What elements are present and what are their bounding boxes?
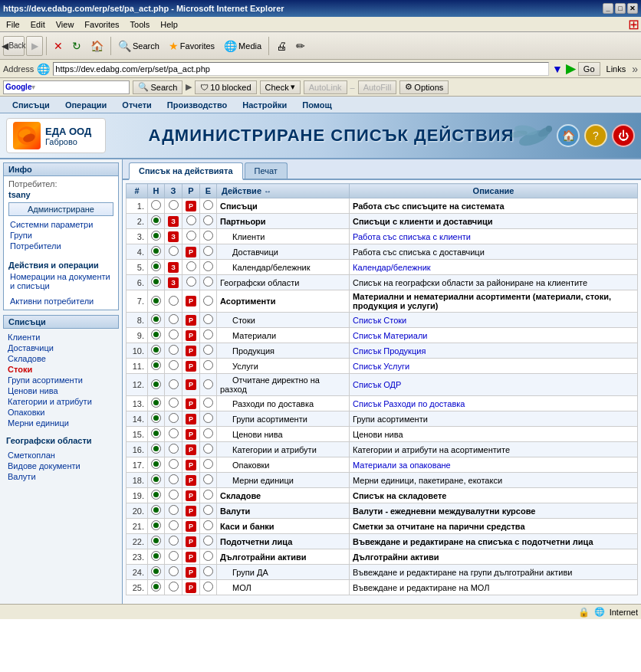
col-z-cell[interactable] — [165, 396, 182, 411]
z-badge[interactable]: З — [168, 216, 179, 227]
col-z-cell[interactable] — [165, 374, 182, 396]
desc-link[interactable]: Материали за опаковане — [353, 461, 451, 470]
radio-h[interactable] — [151, 551, 161, 561]
col-r-cell[interactable] — [182, 275, 200, 290]
col-e-cell[interactable] — [200, 503, 217, 519]
col-e-cell[interactable] — [200, 275, 217, 290]
radio-h[interactable] — [151, 314, 161, 324]
header-logout-button[interactable]: ⏻ — [612, 124, 635, 147]
nav-nastroiki[interactable]: Настройки — [236, 99, 293, 111]
r-badge[interactable]: Р — [186, 414, 196, 425]
col-h-cell[interactable] — [148, 427, 165, 442]
radio-h[interactable] — [151, 428, 161, 438]
col-r-cell[interactable]: Р — [182, 396, 200, 411]
close-btn[interactable]: ✕ — [627, 3, 638, 14]
desc-link[interactable]: Работа със списъка с клиенти — [353, 232, 471, 241]
header-help-button[interactable]: ? — [584, 124, 607, 147]
radio-h[interactable] — [151, 474, 161, 484]
stop-button[interactable]: ✕ — [50, 38, 67, 54]
radio-r[interactable] — [186, 261, 196, 271]
radio-e[interactable] — [203, 536, 213, 546]
menu-tools[interactable]: Tools — [126, 19, 155, 30]
col-e-cell[interactable] — [200, 473, 217, 488]
sidebar-link-units[interactable]: Мерни единици — [6, 418, 116, 428]
sidebar-link-chart[interactable]: Сметкоплан — [6, 450, 116, 461]
sidebar-link-numbering[interactable]: Номерации на документи и списъци — [8, 271, 113, 291]
col-e-cell[interactable] — [200, 229, 217, 244]
radio-h[interactable] — [151, 360, 161, 370]
col-z-cell[interactable] — [165, 427, 182, 442]
radio-z[interactable] — [169, 536, 179, 546]
radio-h[interactable] — [151, 277, 161, 287]
radio-z[interactable] — [169, 474, 179, 484]
r-badge[interactable]: Р — [186, 315, 196, 326]
radio-e[interactable] — [203, 444, 213, 454]
z-badge[interactable]: З — [168, 277, 179, 288]
search-button[interactable]: 🔍 Search — [114, 38, 163, 54]
r-badge[interactable]: Р — [186, 460, 196, 470]
col-e-cell[interactable] — [200, 214, 217, 229]
sidebar-link-users[interactable]: Потребители — [8, 241, 113, 251]
media-button[interactable]: 🌐 Media — [220, 38, 265, 54]
col-z-cell[interactable] — [165, 198, 182, 214]
radio-h[interactable] — [151, 520, 161, 530]
menu-help[interactable]: Help — [156, 19, 182, 30]
desc-link[interactable]: Списък Материали — [353, 331, 427, 340]
col-r-cell[interactable]: Р — [182, 457, 200, 473]
r-badge[interactable]: Р — [186, 521, 196, 532]
desc-link[interactable]: Списък Продукция — [353, 346, 426, 356]
col-r-cell[interactable]: Р — [182, 580, 200, 595]
col-z-cell[interactable] — [165, 290, 182, 313]
col-r-cell[interactable]: Р — [182, 519, 200, 534]
radio-z[interactable] — [169, 520, 179, 530]
col-r-cell[interactable]: Р — [182, 534, 200, 549]
radio-r[interactable] — [186, 277, 196, 287]
radio-e[interactable] — [203, 345, 213, 355]
r-badge[interactable]: Р — [186, 346, 196, 356]
radio-z[interactable] — [169, 329, 179, 339]
print-button[interactable]: 🖨 — [272, 38, 291, 54]
z-badge[interactable]: З — [168, 231, 179, 242]
r-badge[interactable]: Р — [186, 490, 196, 501]
go-button[interactable]: Go — [578, 62, 600, 76]
radio-e[interactable] — [203, 329, 213, 339]
r-badge[interactable]: Р — [186, 506, 196, 516]
col-e-cell[interactable] — [200, 244, 217, 260]
col-r-cell[interactable]: Р — [182, 442, 200, 457]
col-e-cell[interactable] — [200, 549, 217, 565]
edit-button[interactable]: ✏ — [292, 38, 309, 54]
google-input-box[interactable]: Google ▾ — [3, 80, 130, 94]
sidebar-link-currencies[interactable]: Валути — [6, 471, 116, 482]
col-z-cell[interactable]: З — [165, 214, 182, 229]
radio-z[interactable] — [169, 566, 179, 576]
col-e-cell[interactable] — [200, 313, 217, 328]
radio-e[interactable] — [203, 296, 213, 306]
col-e-cell[interactable] — [200, 427, 217, 442]
col-z-cell[interactable] — [165, 328, 182, 343]
radio-e[interactable] — [203, 459, 213, 469]
radio-h[interactable] — [151, 215, 161, 225]
radio-e[interactable] — [203, 582, 213, 592]
col-h-cell[interactable] — [148, 244, 165, 260]
nav-operacii[interactable]: Операции — [59, 99, 113, 111]
autofill-button[interactable]: AutoFill — [358, 80, 397, 94]
col-e-cell[interactable] — [200, 396, 217, 411]
col-z-cell[interactable] — [165, 411, 182, 427]
radio-z[interactable] — [169, 505, 179, 515]
col-e-cell[interactable] — [200, 442, 217, 457]
r-badge[interactable]: Р — [186, 247, 196, 257]
sidebar-link-warehouses[interactable]: Складове — [6, 353, 116, 364]
col-r-cell[interactable]: Р — [182, 313, 200, 328]
col-h-cell[interactable] — [148, 534, 165, 549]
col-e-cell[interactable] — [200, 534, 217, 549]
radio-e[interactable] — [203, 360, 213, 370]
col-r-cell[interactable]: Р — [182, 328, 200, 343]
col-e-cell[interactable] — [200, 411, 217, 427]
radio-z[interactable] — [169, 314, 179, 324]
r-badge[interactable]: Р — [186, 582, 196, 593]
refresh-button[interactable]: ↻ — [68, 38, 85, 54]
desc-link[interactable]: Списък Услуги — [353, 362, 409, 371]
col-r-cell[interactable]: Р — [182, 359, 200, 374]
col-e-cell[interactable] — [200, 488, 217, 503]
col-z-cell[interactable]: З — [165, 229, 182, 244]
